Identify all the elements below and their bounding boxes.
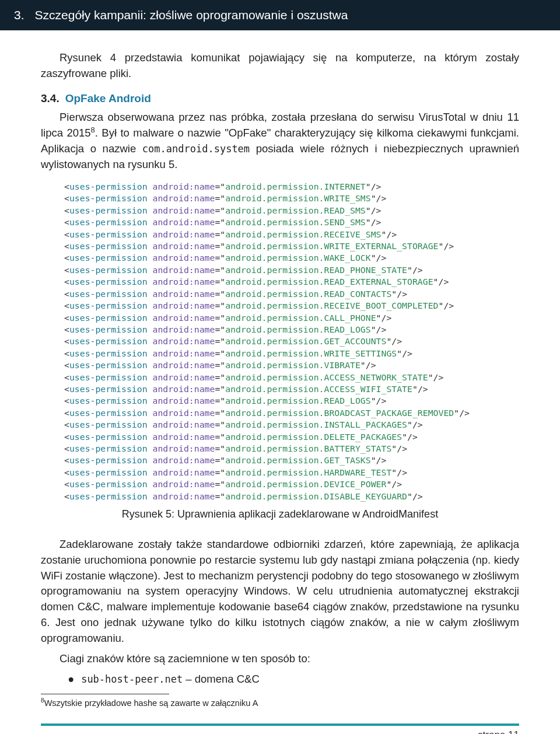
subsection-title: OpFake Android xyxy=(65,92,151,104)
footnote-separator xyxy=(41,694,169,694)
bullet-item: ● sub-host-peer.net – domena C&C xyxy=(68,673,519,686)
domain-code: sub-host-peer.net xyxy=(81,673,183,685)
app-package-name: com.android.system xyxy=(142,143,250,155)
footnote-ref: 8 xyxy=(91,125,95,134)
opfake-paragraph: Pierwsza obserwowana przez nas próbka, z… xyxy=(41,110,519,173)
intro-paragraph: Rysunek 4 przedstawia komunikat pojawiaj… xyxy=(41,50,519,82)
section-header-number: 3. xyxy=(14,8,24,22)
section-header-title: Szczegóły kampanii: złośliwe oprogramowa… xyxy=(35,8,348,22)
footnote-text: Wszytskie przykładowe hashe są zawarte w… xyxy=(44,698,258,707)
footnote: 8Wszytskie przykładowe hashe są zawarte … xyxy=(41,697,519,709)
section-header: 3.Szczegóły kampanii: złośliwe oprogramo… xyxy=(0,0,560,30)
persistence-paragraph: Zadeklarowane zostały także standardowe … xyxy=(41,537,519,646)
permissions-code-block: <uses-permission android:name="android.p… xyxy=(64,181,519,502)
subsection-heading: 3.4.OpFake Android xyxy=(41,92,519,105)
page-content: Rysunek 4 przedstawia komunikat pojawiaj… xyxy=(0,30,560,734)
page-footer-rule xyxy=(41,723,519,726)
bullet-text: – domena C&C xyxy=(183,673,260,685)
page-number: strona 11 xyxy=(41,729,519,734)
bullet-marker: ● xyxy=(68,673,78,686)
subsection-number: 3.4. xyxy=(41,92,60,104)
figure-caption: Rysunek 5: Uprawnienia aplikacji zadekla… xyxy=(41,508,519,520)
strings-intro: Ciagi znaków które są zaciemnione w ten … xyxy=(41,651,519,667)
